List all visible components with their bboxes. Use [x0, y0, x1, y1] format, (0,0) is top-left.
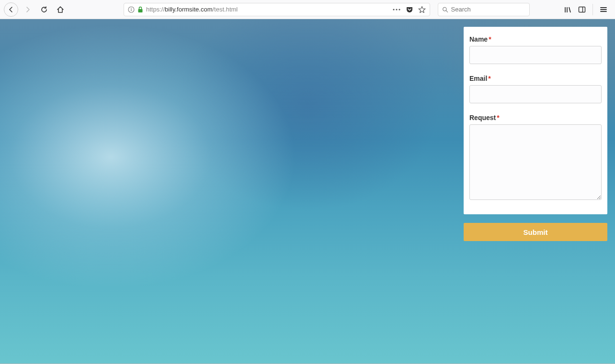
submit-button[interactable]: Submit [464, 223, 607, 241]
toolbar-right [564, 4, 611, 15]
svg-rect-3 [138, 9, 143, 12]
url-actions [392, 6, 426, 13]
required-indicator: * [488, 75, 490, 82]
form-group-name: Name* [469, 35, 602, 64]
url-text: https://billy.formsite.com/test.html [146, 6, 389, 13]
email-input[interactable] [469, 85, 602, 103]
browser-toolbar: https://billy.formsite.com/test.html [0, 0, 615, 19]
svg-point-5 [396, 9, 397, 10]
home-button[interactable] [54, 3, 67, 16]
svg-rect-2 [131, 9, 131, 11]
name-label: Name* [469, 35, 602, 43]
arrow-left-icon [7, 6, 15, 13]
menu-icon[interactable] [600, 6, 607, 13]
search-input[interactable] [451, 6, 525, 13]
svg-point-1 [131, 8, 132, 9]
required-indicator: * [497, 114, 499, 121]
nav-buttons [4, 2, 67, 17]
request-textarea[interactable] [469, 124, 602, 200]
name-input[interactable] [469, 46, 602, 64]
arrow-right-icon [24, 6, 32, 13]
email-label: Email* [469, 75, 602, 82]
bookmark-star-icon[interactable] [418, 6, 426, 13]
search-icon [442, 6, 448, 13]
form-container: Name* Email* Request* Submit [464, 27, 607, 241]
back-button[interactable] [4, 2, 18, 17]
request-label: Request* [469, 114, 602, 121]
form-group-request: Request* [469, 114, 602, 202]
reload-icon [40, 6, 48, 13]
svg-point-6 [399, 9, 400, 10]
required-indicator: * [489, 35, 491, 43]
page-actions-icon[interactable] [392, 8, 401, 11]
home-icon [57, 6, 64, 13]
search-bar[interactable] [438, 3, 530, 16]
svg-rect-12 [579, 7, 585, 12]
pocket-icon[interactable] [406, 6, 413, 13]
reload-button[interactable] [37, 3, 51, 16]
form-fields-panel: Name* Email* Request* [464, 27, 607, 214]
sidebar-icon[interactable] [578, 6, 586, 13]
library-icon[interactable] [564, 6, 571, 13]
svg-line-11 [569, 7, 570, 12]
info-icon[interactable] [128, 6, 135, 13]
page-content: Name* Email* Request* Submit [0, 19, 615, 364]
lock-icon [137, 6, 143, 13]
url-bar[interactable]: https://billy.formsite.com/test.html [124, 3, 430, 16]
svg-line-8 [446, 10, 447, 11]
toolbar-divider [592, 4, 593, 15]
svg-point-4 [393, 9, 394, 10]
forward-button[interactable] [21, 3, 34, 16]
form-group-email: Email* [469, 75, 602, 103]
